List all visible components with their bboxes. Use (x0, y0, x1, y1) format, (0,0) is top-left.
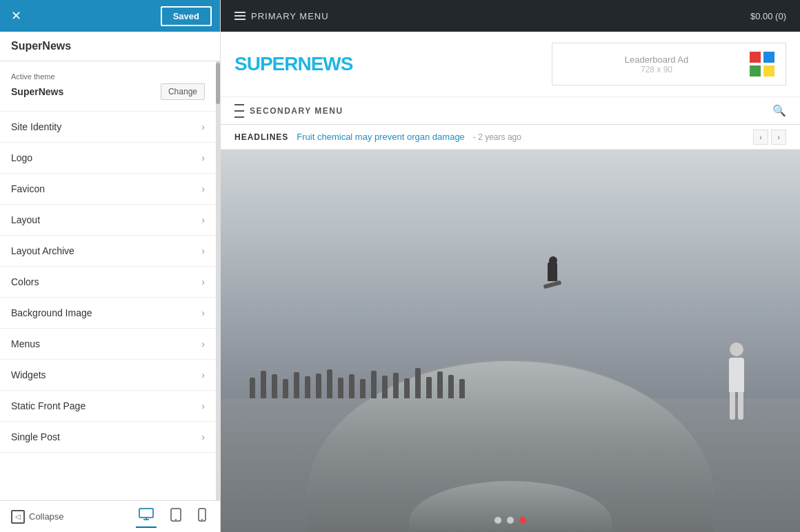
menu-item-layout[interactable]: Layout › (0, 205, 216, 236)
menu-item-menus[interactable]: Menus › (0, 329, 216, 360)
mobile-icon (198, 508, 206, 522)
person-silhouette (250, 378, 255, 398)
close-button[interactable]: ✕ (8, 7, 24, 25)
headline-next-button[interactable]: › (771, 130, 786, 145)
panel-header: ✕ Saved (0, 0, 220, 32)
menu-item-site-identity[interactable]: Site Identity › (0, 112, 216, 143)
active-theme-section: Active theme SuperNews Change (0, 61, 216, 112)
secondary-menu-label: SECONDARY MENU (234, 103, 343, 119)
scrollbar[interactable] (216, 61, 220, 500)
menu-item-logo[interactable]: Logo › (0, 143, 216, 174)
person-silhouette (327, 369, 332, 398)
foreground-person (719, 342, 754, 425)
tablet-device-button[interactable] (168, 505, 184, 528)
saved-button[interactable]: Saved (161, 6, 212, 26)
bottom-bar: ◁ Collapse (0, 500, 220, 532)
menu-item-label: Layout Archive (11, 245, 74, 256)
panel-title: SuperNews (0, 32, 220, 61)
site-logo: SUPERNEWS (234, 53, 352, 75)
headline-prev-button[interactable]: ‹ (753, 130, 768, 145)
menu-item-single-post[interactable]: Single Post › (0, 422, 216, 453)
person-silhouette (371, 371, 377, 398)
active-theme-label: Active theme (11, 72, 205, 81)
ad-size: 728 x 90 (563, 65, 750, 74)
person-silhouette (294, 372, 299, 398)
svg-rect-10 (763, 65, 774, 76)
svg-rect-0 (139, 509, 153, 518)
person-silhouette (338, 378, 343, 398)
person-silhouette (437, 371, 443, 398)
customizer-menu: Site Identity › Logo › Favicon › Layout … (0, 112, 216, 453)
menu-item-label: Logo (11, 152, 32, 163)
person-silhouette (305, 376, 310, 398)
mobile-device-button[interactable] (195, 505, 209, 528)
svg-rect-8 (763, 52, 774, 63)
svg-point-6 (201, 519, 203, 520)
chevron-icon: › (201, 369, 205, 380)
desktop-icon (139, 508, 154, 520)
menu-item-favicon[interactable]: Favicon › (0, 174, 216, 205)
primary-menu-text: PRIMARY MENU (251, 11, 329, 21)
person-silhouette (415, 368, 421, 398)
headline-link[interactable]: Fruit chemical may prevent organ damage (297, 132, 465, 142)
secondary-hamburger-icon (234, 103, 244, 119)
chevron-icon: › (201, 214, 205, 225)
chevron-icon: › (201, 431, 205, 442)
chevron-icon: › (201, 121, 205, 132)
menu-item-background-image[interactable]: Background Image › (0, 298, 216, 329)
person-silhouette (261, 371, 266, 398)
hero-section (221, 150, 800, 532)
chevron-icon: › (201, 152, 205, 163)
person-silhouette (316, 374, 321, 398)
active-theme-name: SuperNews (11, 86, 63, 97)
person-silhouette (349, 374, 354, 398)
crowd-silhouettes (250, 343, 771, 398)
panel-title-text: SuperNews (11, 40, 71, 52)
panel-content: Active theme SuperNews Change Site Ident… (0, 61, 220, 500)
menu-item-label: Single Post (11, 431, 60, 442)
chevron-icon: › (201, 276, 205, 287)
desktop-device-button[interactable] (136, 505, 157, 528)
secondary-menu-text: SECONDARY MENU (250, 106, 343, 116)
svg-rect-9 (750, 65, 761, 76)
active-theme-row: SuperNews Change (11, 83, 205, 100)
primary-menu-bar: PRIMARY MENU $0.00 (0) (221, 0, 800, 32)
change-theme-button[interactable]: Change (161, 83, 205, 100)
panel-scroll-area[interactable]: Active theme SuperNews Change Site Ident… (0, 61, 216, 500)
hero-image (221, 150, 800, 532)
menu-item-colors[interactable]: Colors › (0, 267, 216, 298)
chevron-icon: › (201, 338, 205, 349)
slide-dot-1[interactable] (494, 517, 501, 524)
chevron-icon: › (201, 307, 205, 318)
ad-icon (750, 52, 774, 76)
chevron-icon: › (201, 400, 205, 411)
site-preview: PRIMARY MENU $0.00 (0) SUPERNEWS Leaderb… (221, 0, 800, 532)
collapse-button[interactable]: ◁ Collapse (11, 510, 125, 524)
search-icon: 🔍 (772, 104, 786, 117)
headline-navigation: ‹ › (753, 130, 786, 145)
site-logo-blue: NEWS (297, 53, 352, 74)
leaderboard-ad: Leaderboard Ad 728 x 90 (552, 43, 786, 85)
menu-item-widgets[interactable]: Widgets › (0, 360, 216, 391)
menu-item-label: Widgets (11, 369, 46, 380)
menu-item-label: Site Identity (11, 121, 61, 132)
chevron-icon: › (201, 183, 205, 194)
menu-item-layout-archive[interactable]: Layout Archive › (0, 236, 216, 267)
menu-item-label: Colors (11, 276, 39, 287)
person-silhouette (360, 379, 366, 398)
ad-title: Leaderboard Ad (563, 54, 750, 65)
svg-rect-7 (750, 52, 761, 63)
skater-body (548, 262, 557, 281)
site-logo-black: SUPER (234, 53, 297, 74)
slide-dot-2[interactable] (507, 517, 514, 524)
headline-time: - 2 years ago (473, 132, 521, 142)
tablet-icon (170, 508, 181, 522)
menu-item-label: Layout (11, 214, 40, 225)
collapse-label: Collapse (29, 511, 64, 522)
slide-dot-3[interactable] (519, 517, 526, 524)
menu-item-label: Background Image (11, 307, 92, 318)
menu-item-label: Favicon (11, 183, 45, 194)
chevron-icon: › (201, 245, 205, 256)
secondary-menu-bar: SECONDARY MENU 🔍 (221, 97, 800, 125)
menu-item-static-front-page[interactable]: Static Front Page › (0, 391, 216, 422)
